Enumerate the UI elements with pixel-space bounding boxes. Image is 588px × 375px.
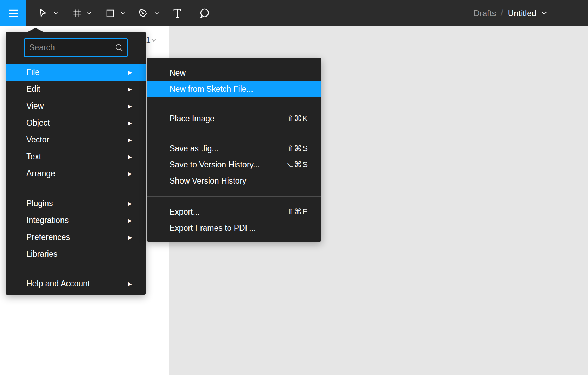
page-chevron-down-icon[interactable] [151, 38, 156, 42]
submenu-arrow-icon: ▶ [128, 154, 132, 159]
breadcrumb-project[interactable]: Drafts [473, 8, 496, 18]
move-cursor-icon [38, 8, 48, 19]
submenu-section-export: Export... ⇧⌘E Export Frames to PDF... [147, 197, 321, 242]
comment-bubble-icon [199, 8, 210, 19]
shortcut-place-image: ⇧⌘K [287, 114, 308, 123]
submenu-arrow-icon: ▶ [128, 171, 132, 176]
shortcut-save-to-version-history: ⌥⌘S [285, 160, 308, 169]
menu-item-text[interactable]: Text ▶ [6, 148, 146, 165]
shortcut-save-as-fig: ⇧⌘S [287, 144, 308, 153]
main-menu-button[interactable] [0, 0, 26, 26]
file-submenu: New New from Sketch File... Place Image … [147, 58, 321, 242]
frame-icon [72, 8, 83, 19]
menu-item-view[interactable]: View ▶ [6, 97, 146, 114]
menu-separator [6, 187, 146, 187]
submenu-item-export[interactable]: Export... ⇧⌘E [147, 204, 321, 220]
submenu-item-new[interactable]: New [147, 65, 321, 81]
submenu-section-new: New New from Sketch File... [147, 58, 321, 103]
menu-item-libraries[interactable]: Libraries [6, 246, 146, 262]
menu-search [6, 32, 146, 64]
text-tool-button[interactable] [170, 0, 185, 26]
move-tool-dropdown[interactable] [52, 0, 59, 26]
menu-item-vector[interactable]: Vector ▶ [6, 131, 146, 148]
chevron-down-icon [87, 12, 91, 15]
menu-item-object[interactable]: Object ▶ [6, 114, 146, 131]
breadcrumb-separator: / [500, 8, 503, 19]
submenu-arrow-icon: ▶ [128, 87, 132, 92]
figma-app: Page 1 [0, 0, 588, 375]
menu-item-integrations[interactable]: Integrations ▶ [6, 212, 146, 229]
submenu-arrow-icon: ▶ [128, 201, 132, 206]
submenu-item-show-version-history[interactable]: Show Version History [147, 173, 321, 189]
chevron-down-icon [121, 12, 125, 15]
menu-separator [6, 268, 146, 268]
menu-item-plugins[interactable]: Plugins ▶ [6, 195, 146, 212]
shape-tool-dropdown[interactable] [119, 0, 127, 26]
menu-item-preferences[interactable]: Preferences ▶ [6, 229, 146, 246]
submenu-arrow-icon: ▶ [128, 70, 132, 75]
search-icon [115, 43, 124, 52]
shape-tool-button[interactable] [102, 0, 118, 26]
menu-item-file[interactable]: File ▶ [6, 64, 146, 81]
menu-item-edit[interactable]: Edit ▶ [6, 81, 146, 97]
submenu-arrow-icon: ▶ [128, 120, 132, 126]
shortcut-export: ⇧⌘E [287, 207, 308, 216]
pen-icon [138, 8, 148, 19]
frame-tool-button[interactable] [70, 0, 85, 26]
menu-item-help-and-account[interactable]: Help and Account ▶ [6, 275, 146, 292]
text-tool-icon [172, 8, 182, 19]
move-tool-button[interactable] [35, 0, 51, 26]
chevron-down-icon [154, 12, 159, 15]
breadcrumb: Drafts / Untitled [473, 0, 547, 26]
submenu-arrow-icon: ▶ [128, 218, 132, 223]
frame-tool-dropdown[interactable] [85, 0, 93, 26]
submenu-item-save-to-version-history[interactable]: Save to Version History... ⌥⌘S [147, 157, 321, 173]
pen-tool-dropdown[interactable] [153, 0, 160, 26]
submenu-item-export-frames-to-pdf[interactable]: Export Frames to PDF... [147, 220, 321, 236]
submenu-arrow-icon: ▶ [128, 235, 132, 240]
menu-section-extensions: Plugins ▶ Integrations ▶ Preferences ▶ L… [6, 195, 146, 262]
search-input[interactable] [24, 38, 128, 57]
submenu-section-place: Place Image ⇧⌘K [147, 103, 321, 133]
comment-tool-button[interactable] [197, 0, 212, 26]
menu-item-arrange[interactable]: Arrange ▶ [6, 165, 146, 182]
submenu-item-place-image[interactable]: Place Image ⇧⌘K [147, 110, 321, 127]
submenu-item-new-from-sketch-file[interactable]: New from Sketch File... [147, 81, 321, 97]
submenu-section-save: Save as .fig... ⇧⌘S Save to Version Hist… [147, 133, 321, 196]
file-title-chevron-down-icon[interactable] [542, 12, 547, 15]
submenu-arrow-icon: ▶ [128, 103, 132, 109]
pen-tool-button[interactable] [135, 0, 151, 26]
main-menu: File ▶ Edit ▶ View ▶ Object ▶ Vector ▶ T… [6, 32, 146, 295]
hamburger-icon [8, 9, 18, 18]
toolbar: Drafts / Untitled [0, 0, 588, 26]
chevron-down-icon [53, 12, 58, 15]
submenu-arrow-icon: ▶ [128, 137, 132, 142]
submenu-arrow-icon: ▶ [128, 281, 132, 286]
menu-section-main: File ▶ Edit ▶ View ▶ Object ▶ Vector ▶ T… [6, 64, 146, 182]
submenu-item-save-as-fig[interactable]: Save as .fig... ⇧⌘S [147, 140, 321, 157]
menu-section-help: Help and Account ▶ [6, 275, 146, 292]
file-title[interactable]: Untitled [508, 8, 536, 18]
rectangle-icon [105, 8, 115, 18]
